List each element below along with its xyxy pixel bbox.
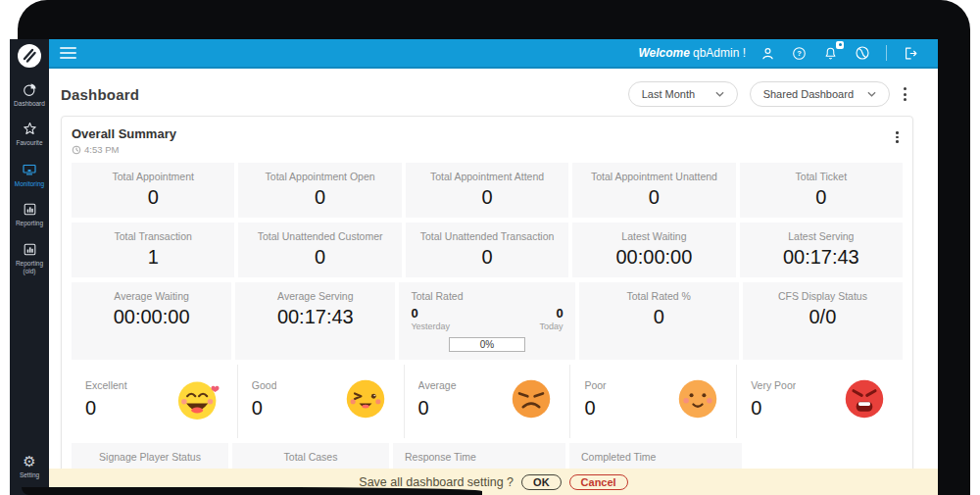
sidebar-item-label: Dashboard xyxy=(13,100,46,108)
very-poor-emoji-icon xyxy=(842,377,887,421)
bell-icon[interactable] xyxy=(822,45,839,62)
dashboard-filter-dropdown[interactable]: Shared Dashboard xyxy=(750,81,890,107)
help-icon[interactable]: ? xyxy=(791,45,808,62)
banner-message: Save all dashboard setting ? xyxy=(359,475,514,489)
stat-latest-waiting: Latest Waiting00:00:00 xyxy=(572,223,735,277)
stat-total-ticket: Total Ticket0 xyxy=(740,163,903,218)
settings-gear-icon: ⚙ xyxy=(23,455,35,470)
stat-total-transaction: Total Transaction1 xyxy=(72,223,234,277)
sidebar-item-label: Reporting xyxy=(15,220,44,227)
stat-average-serving: Average Serving00:17:43 xyxy=(235,282,395,360)
stat-total-appointment-unattend: Total Appointment Unattend0 xyxy=(572,163,735,218)
topbar-divider xyxy=(886,45,887,61)
stat-cfs-display-status: CFS Display Status0/0 xyxy=(743,282,903,360)
stat-total-unattended-customer: Total Unattended Customer0 xyxy=(238,223,401,277)
rating-excellent: Excellent 0 xyxy=(72,365,237,438)
rating-poor: Poor 0 xyxy=(569,365,736,438)
stats-row-2: Total Transaction1 Total Unattended Cust… xyxy=(72,223,903,277)
notification-badge xyxy=(836,41,844,49)
cancel-button[interactable]: Cancel xyxy=(569,474,628,490)
card-timestamp: 4:53 PM xyxy=(72,144,903,155)
favourite-star-icon xyxy=(22,121,38,137)
user-icon[interactable] xyxy=(760,45,776,62)
stat-total-appointment-attend: Total Appointment Attend0 xyxy=(406,163,568,218)
stats-row-3: Average Waiting00:00:00 Average Serving0… xyxy=(72,282,903,360)
sidebar-nav: Dashboard Favourite Moni xyxy=(10,69,49,276)
reporting-icon xyxy=(22,201,38,218)
card-title: Overall Summary xyxy=(72,126,903,141)
sidebar-item-setting[interactable]: ⚙ Setting xyxy=(10,455,49,479)
page-title: Dashboard xyxy=(61,86,139,103)
tablet-bezel-bottom xyxy=(22,487,482,495)
stats-row-1: Total Appointment0 Total Appointment Ope… xyxy=(72,163,903,218)
sidebar-item-label: Setting xyxy=(19,471,40,479)
ratings-row: Excellent 0 xyxy=(72,365,903,438)
screen: Dashboard Favourite Moni xyxy=(10,39,938,495)
stat-total-rated-pct: Total Rated %0 xyxy=(579,282,739,360)
reporting-old-icon xyxy=(22,241,38,258)
rating-very-poor: Very Poor 0 xyxy=(736,365,903,438)
main-area: WelcomeqbAdmin ! ? xyxy=(49,39,938,495)
rating-good: Good 0 xyxy=(237,365,404,438)
sidebar-item-reporting-old[interactable]: Reporting (old) xyxy=(10,241,49,276)
chevron-down-icon xyxy=(867,91,876,97)
dashboard-icon xyxy=(22,81,38,98)
period-filter-dropdown[interactable]: Last Month xyxy=(628,81,738,107)
globe-icon[interactable] xyxy=(854,44,871,62)
card-kebab-menu-icon[interactable] xyxy=(894,127,901,147)
ok-button[interactable]: OK xyxy=(521,474,562,490)
dashboard-filter-value: Shared Dashboard xyxy=(763,88,854,100)
average-emoji-icon xyxy=(509,377,554,421)
card-header: Overall Summary 4:53 PM xyxy=(72,126,903,155)
monitoring-icon xyxy=(21,161,38,178)
sidebar-item-reporting[interactable]: Reporting xyxy=(10,201,49,227)
total-rated-progress-bar: 0% xyxy=(449,337,525,352)
topbar: WelcomeqbAdmin ! ? xyxy=(49,39,938,69)
stat-total-appointment: Total Appointment0 xyxy=(72,163,234,218)
poor-emoji-icon xyxy=(675,377,720,421)
stat-total-unattended-transaction: Total Unattended Transaction0 xyxy=(406,223,568,277)
good-emoji-icon xyxy=(343,377,388,421)
kebab-menu-icon[interactable] xyxy=(902,83,908,105)
sidebar-item-dashboard[interactable]: Dashboard xyxy=(10,81,49,108)
sidebar-item-label: Reporting (old) xyxy=(10,260,49,276)
svg-text:?: ? xyxy=(797,49,802,58)
rating-average: Average 0 xyxy=(404,365,570,438)
sidebar-item-monitoring[interactable]: Monitoring xyxy=(10,161,49,188)
chevron-down-icon xyxy=(715,91,724,97)
sidebar-item-label: Favourite xyxy=(15,139,43,147)
logout-icon[interactable] xyxy=(902,45,918,62)
menu-icon[interactable] xyxy=(60,44,76,62)
sidebar-item-favourite[interactable]: Favourite xyxy=(10,121,49,147)
stat-average-waiting: Average Waiting00:00:00 xyxy=(72,282,231,360)
excellent-emoji-icon xyxy=(176,377,221,421)
sidebar: Dashboard Favourite Moni xyxy=(10,39,49,495)
total-rated-yesterday: 0 Yesterday xyxy=(411,306,450,331)
clock-history-icon xyxy=(72,145,81,155)
overall-summary-card: Overall Summary 4:53 PM Total Appointmen… xyxy=(61,116,913,495)
total-rated-today: 0 Today xyxy=(540,306,564,331)
sidebar-item-label: Monitoring xyxy=(14,180,45,188)
page-header: Dashboard Last Month Shared Dashboard xyxy=(49,69,938,116)
stat-latest-serving: Latest Serving00:17:43 xyxy=(740,223,903,277)
stat-total-rated: Total Rated 0 Yesterday 0 Today 0% xyxy=(399,282,574,360)
app-logo-icon xyxy=(17,43,42,69)
period-filter-value: Last Month xyxy=(642,88,695,100)
welcome-text: WelcomeqbAdmin ! xyxy=(639,46,747,60)
stat-total-appointment-open: Total Appointment Open0 xyxy=(238,163,401,218)
